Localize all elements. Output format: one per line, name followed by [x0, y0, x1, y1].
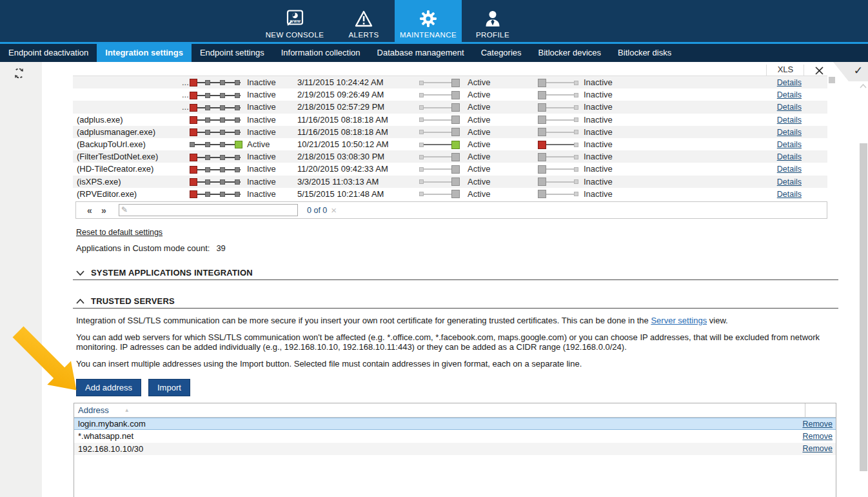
nav-tab-categories[interactable]: Categories — [473, 44, 530, 62]
details-link[interactable]: Details — [777, 152, 802, 161]
table-scrollbar[interactable] — [827, 76, 836, 199]
network-integration-slider[interactable] — [419, 140, 460, 150]
nav-tab-integration-settings[interactable]: Integration settings — [97, 44, 192, 62]
header-item-maintenance[interactable]: MAINTENANCE — [395, 0, 462, 42]
scrollbar-thumb[interactable] — [860, 143, 867, 471]
app-row[interactable]: (BackupToUrl.exe)Active10/21/2015 10:50:… — [73, 138, 827, 150]
details-link[interactable]: Details — [777, 78, 802, 87]
local-integration-slider[interactable] — [538, 177, 579, 187]
app-row[interactable]: ...Inactive2/18/2015 02:57:29 PMActiveIn… — [73, 101, 827, 113]
address-row[interactable]: *.whatsapp.netRemove — [74, 430, 836, 442]
local-integration-slider[interactable] — [538, 189, 579, 199]
header-item-alerts[interactable]: ALERTS — [333, 0, 395, 42]
slider-step — [574, 93, 578, 97]
integration-level-slider[interactable] — [190, 78, 244, 87]
details-link[interactable]: Details — [777, 140, 802, 149]
integration-level-slider[interactable] — [190, 165, 244, 174]
page-scrollbar[interactable] — [858, 81, 868, 497]
network-integration-slider[interactable] — [419, 78, 460, 88]
details-link[interactable]: Details — [777, 128, 802, 137]
slider-step — [235, 93, 240, 98]
reset-defaults-link[interactable]: Reset to default settings — [76, 228, 163, 237]
nav-tab-database-management[interactable]: Database management — [369, 44, 473, 62]
prev-page-button[interactable]: « — [83, 205, 97, 216]
integration-level-slider[interactable] — [190, 153, 244, 162]
slider-thumb — [451, 141, 460, 149]
scrollbar-thumb[interactable] — [829, 77, 835, 83]
remove-link[interactable]: Remove — [802, 444, 833, 453]
confirm-button[interactable]: ✓ — [854, 64, 863, 77]
app-row[interactable]: (RPVEditor.exe)Inactive5/15/2015 10:21:4… — [73, 188, 827, 200]
local-integration-slider[interactable] — [538, 127, 579, 137]
network-state-label: Active — [468, 164, 538, 174]
app-name: (RPVEditor.exe) — [73, 189, 182, 199]
local-integration-slider[interactable] — [538, 140, 579, 150]
app-row[interactable]: (adplus.exe)Inactive11/16/2015 08:18:18 … — [73, 114, 827, 126]
network-integration-slider[interactable] — [419, 152, 460, 162]
app-row[interactable]: (HD-TileCreator.exe)Inactive11/20/2015 0… — [73, 163, 827, 175]
header-item-label: ALERTS — [349, 31, 379, 39]
nav-tab-endpoint-settings[interactable]: Endpoint settings — [192, 44, 273, 62]
slider-step — [235, 117, 240, 123]
integration-level-slider[interactable] — [190, 91, 244, 100]
local-integration-slider[interactable] — [538, 115, 579, 125]
integration-level-slider[interactable] — [190, 178, 244, 187]
network-integration-slider[interactable] — [419, 165, 460, 174]
remove-link[interactable]: Remove — [802, 420, 833, 429]
section-trusted-servers[interactable]: TRUSTED SERVERS — [76, 296, 175, 306]
app-row[interactable]: (isXPS.exe)Inactive3/3/2015 11:03:13 AMA… — [73, 176, 827, 188]
slider-step — [205, 117, 210, 123]
details-link[interactable]: Details — [777, 165, 802, 174]
nav-tab-bitlocker-devices[interactable]: Bitlocker devices — [530, 44, 610, 62]
integration-level-slider[interactable] — [190, 128, 244, 137]
network-integration-slider[interactable] — [419, 189, 460, 199]
details-link[interactable]: Details — [777, 178, 802, 187]
close-icon — [815, 66, 824, 75]
overflow-ellipsis: ... — [182, 102, 190, 112]
local-integration-slider[interactable] — [538, 165, 579, 174]
next-page-button[interactable]: » — [97, 205, 111, 216]
integration-level-slider[interactable] — [190, 140, 244, 149]
xls-export-button[interactable]: XLS — [771, 65, 800, 74]
nav-tab-bitlocker-disks[interactable]: Bitlocker disks — [609, 44, 680, 62]
section-system-applications-integration[interactable]: SYSTEM APPLICATIONS INTEGRATION — [76, 268, 253, 278]
integration-level-slider[interactable] — [190, 190, 244, 199]
header-item-new-console[interactable]: WWWNEW CONSOLE — [257, 0, 333, 42]
integration-level-slider[interactable] — [190, 116, 244, 125]
app-row[interactable]: (FilterTestDotNet.exe)Inactive2/18/2015 … — [73, 150, 827, 163]
network-integration-slider[interactable] — [419, 90, 460, 100]
integration-level-slider[interactable] — [190, 103, 244, 112]
local-integration-slider[interactable] — [538, 78, 579, 88]
sort-ascending-icon[interactable]: ▲ — [124, 407, 130, 413]
refresh-icon[interactable] — [13, 67, 25, 82]
server-settings-link[interactable]: Server settings — [651, 316, 707, 325]
add-address-button[interactable]: Add address — [76, 379, 141, 396]
filter-input[interactable] — [119, 204, 298, 216]
app-row[interactable]: ...Inactive2/19/2015 09:26:49 AMActiveIn… — [73, 88, 827, 101]
slider-step — [220, 167, 225, 172]
local-integration-slider[interactable] — [538, 90, 579, 100]
local-state-label: Inactive — [584, 139, 655, 149]
details-link[interactable]: Details — [777, 116, 802, 125]
nav-tab-information-collection[interactable]: Information collection — [273, 44, 369, 62]
details-link[interactable]: Details — [777, 190, 802, 199]
details-link[interactable]: Details — [777, 90, 802, 99]
nav-tab-endpoint-deactivation[interactable]: Endpoint deactivation — [0, 44, 97, 62]
app-row[interactable]: ...Inactive3/11/2015 10:24:42 AMActiveIn… — [73, 76, 827, 88]
network-integration-slider[interactable] — [419, 127, 460, 137]
details-link[interactable]: Details — [777, 103, 802, 112]
import-button[interactable]: Import — [148, 379, 190, 396]
app-row[interactable]: (adplusmanager.exe)Inactive11/16/2015 08… — [73, 126, 827, 138]
address-row[interactable]: 192.168.10.10/30Remove — [74, 443, 836, 455]
local-integration-slider[interactable] — [538, 152, 579, 162]
header-item-profile[interactable]: PROFILE — [462, 0, 524, 42]
network-integration-slider[interactable] — [419, 115, 460, 125]
slider-thumb — [538, 128, 546, 136]
network-integration-slider[interactable] — [419, 177, 460, 187]
clear-filter-icon[interactable]: × — [331, 205, 337, 215]
network-integration-slider[interactable] — [419, 103, 460, 112]
local-integration-slider[interactable] — [538, 103, 579, 112]
address-row[interactable]: login.mybank.comRemove — [74, 418, 836, 430]
address-column-header[interactable]: Address — [74, 405, 109, 415]
remove-link[interactable]: Remove — [802, 432, 833, 441]
